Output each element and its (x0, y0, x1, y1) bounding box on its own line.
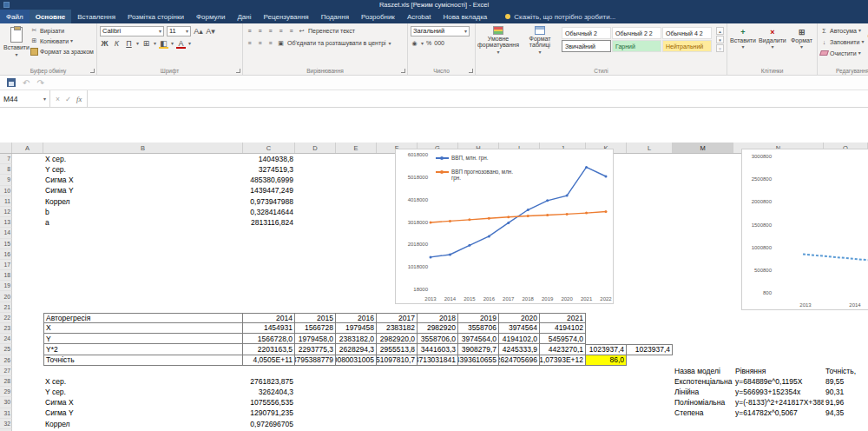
cell-N30[interactable]: y=(-8133)^2+241817X+388 (733, 397, 824, 408)
tab-Файл[interactable]: Файл (0, 10, 30, 23)
cell-K25[interactable]: 1023937,4 (586, 344, 627, 355)
cell-A7[interactable] (12, 154, 43, 164)
cell-C19[interactable] (243, 281, 295, 291)
cell-N28[interactable]: y=684889e^0,1195X (733, 376, 824, 387)
cell-I26[interactable]: 2624705696 (499, 355, 540, 366)
cell-B12[interactable]: b (43, 207, 243, 217)
column-header-A[interactable]: A (12, 143, 43, 153)
tab-Рецензування[interactable]: Рецензування (258, 10, 315, 23)
cells-Формат-button[interactable]: ⊞Формат▾ (789, 27, 814, 50)
cell-A25[interactable] (12, 344, 43, 355)
cell-B27[interactable] (43, 366, 243, 376)
chart-right-partial[interactable]: 3000800250080020008001500800100080050080… (741, 149, 868, 310)
column-header-E[interactable]: E (336, 143, 377, 153)
cell-E22[interactable]: 2016 (336, 313, 377, 323)
cell-M19[interactable] (673, 281, 733, 291)
cell-M7[interactable] (673, 154, 733, 164)
cell-L18[interactable] (627, 270, 673, 281)
cell-B13[interactable]: a (43, 217, 243, 228)
formula-input[interactable] (88, 90, 868, 107)
cell-C12[interactable]: 0,328414644 (243, 207, 295, 217)
cancel-icon[interactable]: × (56, 95, 60, 103)
cell-F32[interactable] (377, 419, 418, 429)
cell-D27[interactable] (295, 366, 336, 376)
cell-M8[interactable] (673, 164, 733, 175)
cell-G30[interactable] (418, 397, 458, 408)
cell-C28[interactable]: 2761823,875 (243, 376, 295, 387)
row-header-19[interactable]: 19 (0, 281, 12, 291)
cell-E20[interactable] (336, 291, 377, 302)
cell-E31[interactable] (336, 408, 377, 419)
cell-E21[interactable] (336, 302, 377, 313)
style-chip[interactable]: Нейтральний (662, 40, 712, 52)
align-middle-icon[interactable]: ≡ (256, 27, 264, 35)
chart-gdp[interactable]: ВВП, млн. грн.ВВП прогнозовано, млн. грн… (395, 149, 614, 304)
cell-L29[interactable] (627, 387, 673, 397)
cell-O22[interactable] (824, 313, 868, 323)
row-header-17[interactable]: 17 (0, 260, 12, 270)
row-header-16[interactable]: 16 (0, 249, 12, 260)
cell-D19[interactable] (295, 281, 336, 291)
save-icon[interactable] (7, 78, 16, 87)
row-header-13[interactable]: 13 (0, 217, 12, 228)
cell-N25[interactable] (733, 344, 824, 355)
align-left-icon[interactable]: ≡ (246, 39, 253, 47)
cell-M24[interactable] (673, 334, 733, 344)
dialog-launcher-icon[interactable] (236, 69, 240, 73)
cut-button[interactable]: ✂Вирізати (30, 25, 94, 36)
row-header-18[interactable]: 18 (0, 270, 12, 281)
cell-D30[interactable] (295, 397, 336, 408)
row-header-8[interactable]: 8 (0, 164, 12, 175)
cell-M14[interactable] (673, 228, 733, 238)
cell-C13[interactable]: 2813116,824 (243, 217, 295, 228)
row-header-22[interactable]: 22 (0, 313, 12, 323)
cell-C11[interactable]: 0,973947988 (243, 196, 295, 207)
redo-icon[interactable]: ↷ (36, 78, 43, 88)
cell-D28[interactable] (295, 376, 336, 387)
cell-G31[interactable] (418, 408, 458, 419)
cell-C23[interactable]: 1454931 (243, 323, 295, 334)
cell-B20[interactable] (43, 291, 243, 302)
cell-M11[interactable] (673, 196, 733, 207)
cell-J28[interactable] (540, 376, 586, 387)
cell-B14[interactable] (43, 228, 243, 238)
row-header-9[interactable]: 9 (0, 175, 12, 185)
cell-B7[interactable]: Х сер. (43, 154, 243, 164)
cell-E12[interactable] (336, 207, 377, 217)
cell-L11[interactable] (627, 196, 673, 207)
cell-I28[interactable] (499, 376, 540, 387)
cell-F24[interactable]: 2982920,0 (377, 334, 418, 344)
cell-M29[interactable]: Лінійна (673, 387, 733, 397)
cell-B15[interactable] (43, 239, 243, 249)
cell-A30[interactable] (12, 397, 43, 408)
cell-L32[interactable] (627, 419, 673, 429)
cell-K24[interactable] (586, 334, 627, 344)
cell-A26[interactable] (12, 355, 43, 366)
cell-E9[interactable] (336, 175, 377, 185)
cell-O23[interactable] (824, 323, 868, 334)
cell-L12[interactable] (627, 207, 673, 217)
cell-B25[interactable]: Y*2 (43, 344, 243, 355)
fill-button[interactable]: ↓Заповнити▾ (820, 36, 864, 47)
tab-Вставлення[interactable]: Вставлення (71, 10, 122, 23)
cell-A24[interactable] (12, 334, 43, 344)
gallery-up-icon[interactable]: ▴ (716, 27, 724, 35)
row-header-20[interactable]: 20 (0, 291, 12, 302)
cell-M32[interactable] (673, 419, 733, 429)
cell-O25[interactable] (824, 344, 868, 355)
dialog-launcher-icon[interactable] (90, 69, 95, 73)
align-top-icon[interactable]: ≡ (246, 27, 253, 35)
cell-M18[interactable] (673, 270, 733, 281)
cell-K26[interactable]: 86,0 (586, 355, 627, 366)
cell-A22[interactable] (12, 313, 43, 323)
cell-F26[interactable]: 751097810,7 (377, 355, 418, 366)
cell-M22[interactable] (673, 313, 733, 323)
cell-D20[interactable] (295, 291, 336, 302)
cell-G29[interactable] (418, 387, 458, 397)
clear-button[interactable]: Очистити▾ (820, 48, 864, 58)
enter-icon[interactable]: ✓ (65, 95, 71, 103)
cell-B26[interactable]: Точність (43, 355, 243, 366)
cell-D18[interactable] (295, 270, 336, 281)
underline-button[interactable]: П (124, 38, 134, 48)
tab-Формули[interactable]: Формули (190, 10, 232, 23)
